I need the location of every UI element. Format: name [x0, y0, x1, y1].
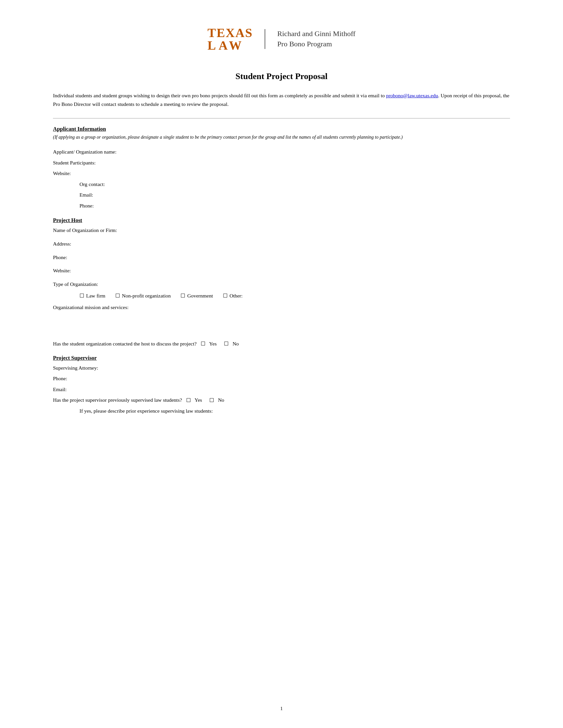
address-field: Address:	[53, 239, 510, 250]
law-firm-label: Law firm	[86, 293, 105, 299]
checkbox-law-firm-symbol[interactable]: ☐	[79, 293, 84, 298]
org-type-checkboxes: ☐ Law firm ☐ Non-profit organization ☐ G…	[53, 293, 510, 299]
org-firm-name: Name of Organization or Firm:	[53, 225, 510, 236]
contact-host-question: Has the student organization contacted t…	[53, 341, 197, 347]
checkbox-supervisor-yes-symbol[interactable]: ☐	[186, 398, 191, 403]
checkbox-contacted-yes-symbol[interactable]: ☐	[201, 341, 205, 346]
checkbox-nonprofit-symbol[interactable]: ☐	[115, 293, 120, 298]
law-text: Law	[208, 39, 244, 52]
email-link[interactable]: probono@law.utexas.edu	[386, 93, 438, 98]
texas-text: Texas	[208, 26, 253, 39]
header-title: Richard and Ginni Mithoff Pro Bono Progr…	[277, 29, 355, 49]
supervisor-question: Has the project supervisor previously su…	[53, 395, 182, 406]
applicant-section: Applicant Information (If applying as a …	[53, 126, 510, 211]
intro-paragraph: Individual students and student groups w…	[53, 91, 510, 108]
if-yes-describe: If yes, please describe prior experience…	[53, 406, 510, 417]
org-contact: Org contact:	[53, 179, 510, 190]
website-field: Website:	[53, 168, 510, 179]
supervisor-heading: Project Supervisor	[53, 355, 510, 361]
contacted-no-label: No	[232, 341, 239, 347]
supervisor-email: Email:	[53, 384, 510, 395]
nonprofit-label: Non-profit organization	[122, 293, 170, 299]
page-number: 1	[280, 706, 283, 711]
project-supervisor-section: Project Supervisor Supervising Attorney:…	[53, 355, 510, 417]
header-line1: Richard and Ginni Mithoff	[277, 29, 355, 39]
supervisor-yes-label: Yes	[195, 395, 202, 406]
phone-field: Phone:	[53, 201, 510, 211]
project-host-heading: Project Host	[53, 217, 510, 224]
email-field: Email:	[53, 190, 510, 201]
website-host-field: Website:	[53, 265, 510, 276]
supervisor-question-row: Has the project supervisor previously su…	[53, 395, 510, 406]
contacted-yes-label: Yes	[209, 341, 217, 347]
type-of-org-label: Type of Organization:	[53, 279, 510, 290]
mission-services-label: Organizational mission and services:	[53, 302, 510, 313]
checkbox-government: ☐ Government	[180, 293, 212, 299]
supervisor-phone: Phone:	[53, 373, 510, 384]
section-divider	[53, 118, 510, 118]
government-label: Government	[187, 293, 212, 299]
header-divider	[264, 29, 265, 49]
project-host-section: Project Host Name of Organization or Fir…	[53, 217, 510, 346]
other-label: Other:	[229, 293, 243, 299]
page-header: Texas Law Richard and Ginni Mithoff Pro …	[53, 26, 510, 52]
checkbox-nonprofit: ☐ Non-profit organization	[115, 293, 170, 299]
checkbox-supervisor-no-symbol[interactable]: ☐	[209, 398, 214, 403]
page-container: Texas Law Richard and Ginni Mithoff Pro …	[0, 0, 563, 728]
applicant-subheading: (If applying as a group or organization,…	[53, 134, 510, 141]
applicant-heading: Applicant Information	[53, 126, 510, 132]
contact-host-row: Has the student organization contacted t…	[53, 341, 510, 347]
checkbox-law-firm: ☐ Law firm	[79, 293, 105, 299]
applicant-org-name: Applicant/ Organization name:	[53, 147, 510, 158]
mission-spacer	[53, 313, 510, 336]
checkbox-government-symbol[interactable]: ☐	[180, 293, 185, 298]
student-participants: Student Participants:	[53, 158, 510, 168]
checkbox-other: ☐ Other:	[223, 293, 243, 299]
page-title: Student Project Proposal	[53, 71, 510, 81]
header-line2: Pro Bono Program	[277, 39, 355, 49]
supervising-attorney: Supervising Attorney:	[53, 363, 510, 374]
texas-law-logo: Texas Law	[208, 26, 253, 52]
supervisor-no-label: No	[218, 395, 224, 406]
logo-container: Texas Law Richard and Ginni Mithoff Pro …	[208, 26, 356, 52]
checkbox-other-symbol[interactable]: ☐	[223, 293, 227, 298]
checkbox-contacted-no-symbol[interactable]: ☐	[224, 341, 228, 346]
intro-text1: Individual students and student groups w…	[53, 93, 386, 98]
phone-host-field: Phone:	[53, 252, 510, 263]
